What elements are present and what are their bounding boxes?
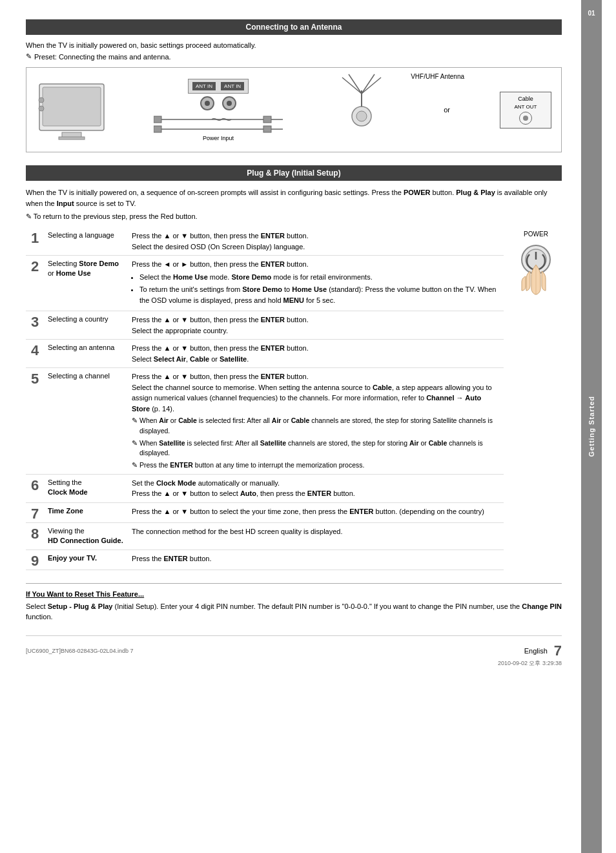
or-label: or bbox=[444, 106, 450, 114]
step-2: 2 Selecting Store Demo or Home Use Press… bbox=[26, 256, 504, 311]
side-tab: 01 Getting Started bbox=[581, 0, 602, 853]
step-9: 9 Enjoy your TV. Press the ENTER button. bbox=[26, 550, 504, 570]
reset-title: If You Want to Reset This Feature... bbox=[26, 590, 562, 598]
step-1: 1 Selecting a language Press the ▲ or ▼ … bbox=[26, 227, 504, 256]
steps-area: 1 Selecting a language Press the ▲ or ▼ … bbox=[26, 227, 562, 570]
plug-play-section: Plug & Play (Initial Setup) When the TV … bbox=[26, 165, 562, 570]
page-footer: [UC6900_ZT]BN68-02843G-02L04.indb 7 Engl… bbox=[26, 635, 562, 659]
steps-table: 1 Selecting a language Press the ▲ or ▼ … bbox=[26, 227, 504, 570]
antenna-header: Connecting to an Antenna bbox=[26, 19, 562, 35]
step-6-title: Setting theClock Mode bbox=[44, 475, 128, 502]
step-1-number: 1 bbox=[26, 227, 44, 255]
svg-rect-11 bbox=[263, 126, 271, 132]
step-5-note3: Press the ENTER button at any time to in… bbox=[139, 460, 364, 471]
plug-note: ✎ To return to the previous step, press … bbox=[26, 212, 562, 221]
note-symbol: ✎ bbox=[26, 52, 32, 61]
step-3-number: 3 bbox=[26, 311, 44, 339]
svg-rect-3 bbox=[43, 87, 101, 126]
step-7-content: Press the ▲ or ▼ button to select the yo… bbox=[128, 503, 504, 522]
footer-file: [UC6900_ZT]BN68-02843G-02L04.indb 7 bbox=[26, 648, 134, 654]
power-image: POWER bbox=[510, 227, 562, 570]
step-2-title: Selecting Store Demo or Home Use bbox=[44, 256, 128, 311]
step-7: 7 Time Zone Press the ▲ or ▼ button to s… bbox=[26, 503, 504, 523]
step-6-content: Set the Clock Mode automatically or manu… bbox=[128, 475, 504, 502]
antenna-diagram: VHF/UHF Antenna bbox=[26, 67, 562, 152]
cable-label: Cable bbox=[506, 96, 546, 102]
step-8-content: The connection method for the best HD sc… bbox=[128, 523, 504, 550]
plug-description: When the TV is initially powered on, a s… bbox=[26, 187, 562, 209]
note-sym-5b: ✎ bbox=[132, 438, 138, 449]
step-4-content: Press the ▲ or ▼ button, then press the … bbox=[128, 340, 504, 367]
svg-point-4 bbox=[39, 98, 44, 103]
power-button-svg bbox=[513, 240, 559, 298]
footer-page-number: 7 bbox=[554, 642, 562, 659]
step-9-number: 9 bbox=[26, 550, 44, 570]
footer-date: 2010-09-02 오후 3:29:38 bbox=[26, 659, 562, 668]
svg-rect-8 bbox=[154, 116, 161, 123]
footer-right: English 7 bbox=[524, 642, 562, 659]
step-5-note2: When Satellite is selected first: After … bbox=[139, 438, 500, 459]
svg-rect-1 bbox=[59, 137, 85, 139]
step-5-number: 5 bbox=[26, 368, 44, 474]
footer-language: English bbox=[524, 647, 548, 655]
vhf-label: VHF/UHF Antenna bbox=[411, 73, 464, 80]
cable-connector: Cable ANT OUT bbox=[500, 92, 551, 128]
connector-area: ANT IN ANT IN bbox=[154, 79, 283, 141]
step-1-content: Press the ▲ or ▼ button, then press the … bbox=[128, 227, 504, 255]
step-8-number: 8 bbox=[26, 523, 44, 550]
step-2-number: 2 bbox=[26, 256, 44, 311]
step-3-content: Press the ▲ or ▼ button, then press the … bbox=[128, 311, 504, 339]
step-3: 3 Selecting a country Press the ▲ or ▼ b… bbox=[26, 311, 504, 340]
step-7-title: Time Zone bbox=[44, 503, 128, 522]
step-5-note1: When Air or Cable is selected first: Aft… bbox=[139, 416, 500, 437]
step-7-number: 7 bbox=[26, 503, 44, 522]
ant-out-label: ANT OUT bbox=[506, 104, 546, 110]
step-5-title: Selecting a channel bbox=[44, 368, 128, 474]
svg-rect-9 bbox=[154, 126, 161, 132]
step-4: 4 Selecting an antenna Press the ▲ or ▼ … bbox=[26, 340, 504, 368]
step-6: 6 Setting theClock Mode Set the Clock Mo… bbox=[26, 475, 504, 503]
power-text: POWER bbox=[524, 231, 548, 238]
vhf-antenna bbox=[329, 71, 394, 129]
reset-section: If You Want to Reset This Feature... Sel… bbox=[26, 583, 562, 622]
plug-play-header: Plug & Play (Initial Setup) bbox=[26, 165, 562, 181]
note-sym: ✎ bbox=[26, 212, 32, 220]
step-1-title: Selecting a language bbox=[44, 227, 128, 255]
antenna-description: When the TV is initially powered on, bas… bbox=[26, 41, 562, 49]
note-sym-5c: ✎ bbox=[132, 460, 138, 471]
step-8-title: Viewing theHD Connection Guide. bbox=[44, 523, 128, 550]
step-4-number: 4 bbox=[26, 340, 44, 367]
svg-rect-10 bbox=[263, 116, 271, 123]
svg-point-13 bbox=[356, 111, 367, 121]
note-sym-5a: ✎ bbox=[132, 416, 138, 426]
step-4-title: Selecting an antenna bbox=[44, 340, 128, 367]
step-5: 5 Selecting a channel Press the ▲ or ▼ b… bbox=[26, 368, 504, 475]
reset-content: Select Setup - Plug & Play (Initial Setu… bbox=[26, 601, 562, 622]
step-5-content: Press the ▲ or ▼ button, then press the … bbox=[128, 368, 504, 474]
antenna-section: Connecting to an Antenna When the TV is … bbox=[26, 19, 562, 152]
antenna-note: ✎ Preset: Connecting the mains and anten… bbox=[26, 52, 562, 61]
step-8: 8 Viewing theHD Connection Guide. The co… bbox=[26, 523, 504, 550]
svg-point-5 bbox=[39, 106, 44, 111]
step-9-title: Enjoy your TV. bbox=[44, 550, 128, 570]
step-2-content: Press the ◄ or ► button, then press the … bbox=[128, 256, 504, 311]
step-6-number: 6 bbox=[26, 475, 44, 502]
step-3-title: Selecting a country bbox=[44, 311, 128, 339]
power-input-label: Power Input bbox=[203, 135, 234, 141]
cable-port bbox=[519, 112, 532, 125]
side-tab-number: 01 bbox=[588, 10, 595, 17]
tv-illustration bbox=[36, 77, 107, 142]
side-tab-label: Getting Started bbox=[588, 396, 595, 457]
step-9-content: Press the ENTER button. bbox=[128, 550, 504, 570]
